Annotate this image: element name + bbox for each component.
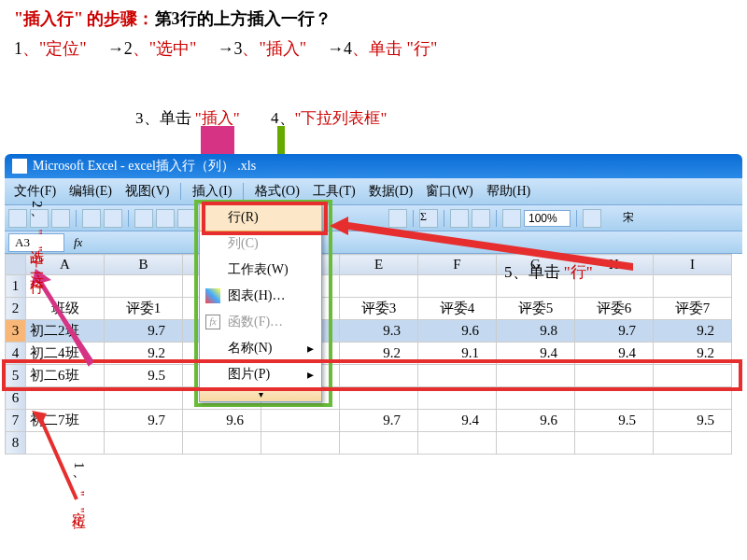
menu-insert[interactable]: 插入(I) (187, 181, 237, 202)
chart-icon (205, 288, 220, 303)
cell[interactable] (575, 432, 654, 455)
menu-item-worksheet[interactable]: 工作表(W) (200, 257, 321, 283)
cell[interactable]: 9.6 (183, 410, 261, 432)
step4-annotation: 4、"下拉列表框" (271, 107, 387, 129)
cell[interactable]: 评委1 (105, 298, 183, 320)
row-header-selected[interactable]: 3 (6, 320, 26, 343)
cell[interactable]: 评委5 (497, 298, 575, 320)
cell[interactable]: 评委7 (654, 298, 732, 320)
print-button[interactable] (82, 209, 101, 228)
cell[interactable]: 9.6 (418, 320, 497, 343)
menu-window[interactable]: 窗口(W) (420, 181, 479, 202)
cell[interactable] (497, 432, 575, 455)
save-button[interactable] (51, 209, 70, 228)
cell[interactable] (418, 432, 497, 455)
menu-help[interactable]: 帮助(H) (481, 181, 536, 202)
cell[interactable]: 9.7 (340, 410, 418, 432)
menu-file[interactable]: 文件(F) (8, 181, 62, 202)
menu-format[interactable]: 格式(O) (249, 181, 304, 202)
row-header[interactable]: 2 (6, 298, 26, 320)
row-header[interactable]: 8 (6, 432, 26, 455)
spreadsheet-grid[interactable]: A B C D E F G H I 1 2 班级 评委1 评委2 评委3 评委4… (5, 254, 732, 455)
magenta-diagonal-arrow-icon (28, 269, 103, 375)
menu-edit[interactable]: 编辑(E) (63, 181, 118, 202)
highlight-selected-row (2, 359, 742, 391)
svg-line-3 (39, 415, 77, 499)
menu-item-chart[interactable]: 图表(H)… (200, 283, 321, 309)
cell[interactable]: 评委4 (418, 298, 497, 320)
cut-button[interactable] (134, 209, 153, 228)
cell[interactable] (340, 432, 418, 455)
svg-line-2 (39, 280, 92, 364)
cell[interactable]: 9.7 (105, 410, 183, 432)
window-title: Microsoft Excel - excel插入行（列） .xls (33, 158, 256, 175)
col-header-i[interactable]: I (654, 255, 732, 275)
menu-item-function[interactable]: fx函数(F)… (200, 309, 321, 335)
red-diagonal-arrow-icon (30, 411, 86, 508)
cell[interactable]: 评委6 (575, 298, 654, 320)
svg-marker-0 (330, 217, 633, 271)
cell[interactable]: 9.8 (497, 320, 575, 343)
copy-button[interactable] (156, 209, 175, 228)
cell[interactable] (261, 432, 340, 455)
vertical-annotation-1: 2、"选中" 这一行 (28, 201, 46, 274)
cell[interactable] (183, 432, 261, 455)
cell[interactable]: 9.6 (497, 410, 575, 432)
cell[interactable] (261, 410, 340, 432)
row-header[interactable]: 7 (6, 410, 26, 432)
cell[interactable]: 9.7 (575, 320, 654, 343)
row-header[interactable]: 1 (6, 275, 26, 298)
red-arrow-icon (330, 217, 638, 273)
preview-button[interactable] (104, 209, 122, 228)
cell[interactable]: 9.5 (575, 410, 654, 432)
col-header-b[interactable]: B (105, 255, 183, 275)
highlight-row-menu (202, 202, 328, 235)
cell[interactable]: 9.7 (105, 320, 183, 343)
paste-button[interactable] (177, 209, 196, 228)
excel-icon (12, 159, 27, 174)
fx-icon[interactable]: fx (74, 235, 82, 250)
cell[interactable] (105, 432, 183, 455)
menu-item-name[interactable]: 名称(N)▸ (200, 335, 321, 361)
cell[interactable]: 评委3 (340, 298, 418, 320)
select-all-corner[interactable] (6, 255, 26, 275)
cell[interactable]: 9.2 (654, 320, 732, 343)
function-icon: fx (205, 315, 220, 329)
titlebar: Microsoft Excel - excel插入行（列） .xls (5, 154, 742, 178)
menu-tools[interactable]: 工具(T) (307, 181, 361, 202)
steps-list: 1、"定位" →2、"选中" →3、"插入" →4、单击 "行" (14, 37, 733, 60)
cell[interactable] (654, 432, 732, 455)
menubar: 文件(F) 编辑(E) 视图(V) 插入(I) 格式(O) 工具(T) 数据(D… (5, 178, 742, 205)
cell[interactable]: 9.3 (340, 320, 418, 343)
cell[interactable]: 9.4 (418, 410, 497, 432)
cell[interactable]: 9.5 (654, 410, 732, 432)
new-button[interactable] (8, 209, 27, 228)
excel-window: Microsoft Excel - excel插入行（列） .xls 文件(F)… (5, 154, 742, 455)
menu-view[interactable]: 视图(V) (120, 181, 175, 202)
instruction-title: "插入行" 的步骤：第3行的上方插入一行？ (14, 7, 733, 30)
menu-data[interactable]: 数据(D) (363, 181, 418, 202)
